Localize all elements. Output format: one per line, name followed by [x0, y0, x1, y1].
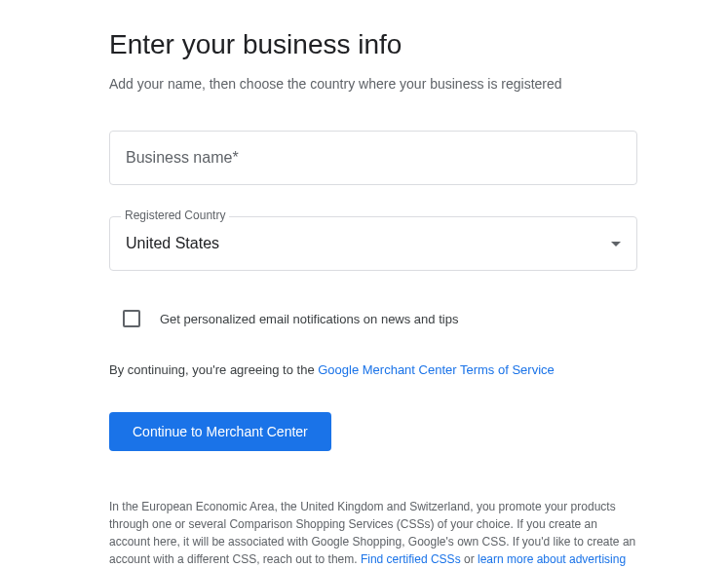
- chevron-down-icon: [611, 242, 621, 246]
- email-notifications-label: Get personalized email notifications on …: [160, 312, 458, 326]
- registered-country-label: Registered Country: [121, 208, 229, 222]
- registered-country-select[interactable]: United States: [109, 216, 637, 271]
- disclaimer-middle: or: [461, 552, 478, 566]
- page-subtitle: Add your name, then choose the country w…: [109, 76, 619, 92]
- business-name-field-container: [109, 131, 637, 185]
- find-css-link[interactable]: Find certified CSSs: [361, 552, 461, 566]
- email-notifications-row: Get personalized email notifications on …: [123, 310, 619, 327]
- registered-country-value: United States: [126, 235, 219, 252]
- terms-text: By continuing, you're agreeing to the Go…: [109, 362, 619, 377]
- page-title: Enter your business info: [109, 29, 619, 60]
- disclaimer-text: In the European Economic Area, the Unite…: [109, 498, 637, 568]
- terms-prefix: By continuing, you're agreeing to the: [109, 362, 318, 377]
- continue-button[interactable]: Continue to Merchant Center: [109, 412, 331, 451]
- email-notifications-checkbox[interactable]: [123, 310, 140, 327]
- terms-link[interactable]: Google Merchant Center Terms of Service: [318, 362, 555, 377]
- business-name-input[interactable]: [109, 131, 637, 185]
- registered-country-field-container: Registered Country United States: [109, 216, 637, 271]
